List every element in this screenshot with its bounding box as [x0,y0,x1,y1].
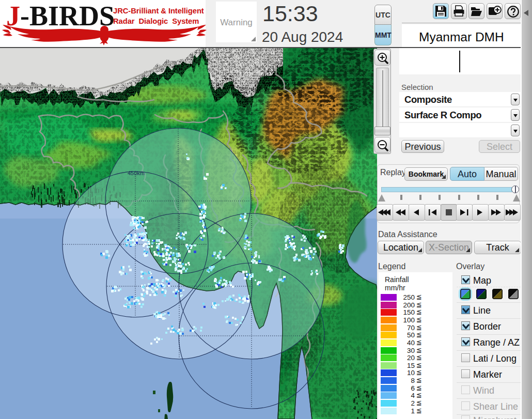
svg-text:450km: 450km [128,170,145,176]
